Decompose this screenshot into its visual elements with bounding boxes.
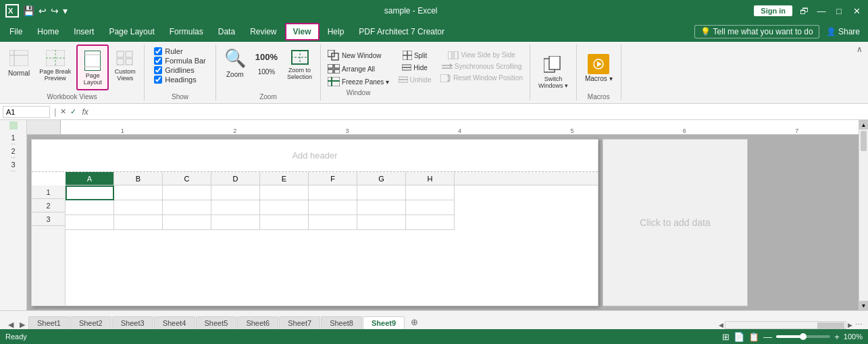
- page-layout-status-button[interactable]: 📄: [734, 332, 744, 342]
- page-break-status-button[interactable]: 📋: [748, 332, 759, 342]
- sheet-tab-8[interactable]: Sheet8: [321, 316, 362, 329]
- new-window-button[interactable]: New Window: [325, 49, 384, 62]
- horizontal-scrollbar[interactable]: ◀ ▶: [719, 321, 852, 329]
- hscroll-track[interactable]: [725, 321, 846, 329]
- formula-bar-checkbox-label[interactable]: Formula Bar: [154, 57, 206, 65]
- cell-b2[interactable]: [114, 200, 163, 215]
- menu-pdf[interactable]: PDF Architect 7 Creator: [352, 24, 451, 39]
- sheet-tab-3[interactable]: Sheet3: [112, 316, 153, 329]
- save-icon[interactable]: 💾: [23, 5, 34, 16]
- sheet-tab-5[interactable]: Sheet5: [196, 316, 237, 329]
- menu-data[interactable]: Data: [211, 24, 242, 39]
- switch-windows-button[interactable]: SwitchWindows ▾: [534, 53, 572, 92]
- sheet-tab-2[interactable]: Sheet2: [70, 316, 111, 329]
- scroll-thumb[interactable]: [861, 131, 867, 151]
- zoom-out-status[interactable]: —: [763, 332, 772, 342]
- cell-g1[interactable]: [357, 185, 406, 200]
- gridlines-checkbox[interactable]: [154, 66, 162, 74]
- confirm-icon[interactable]: ✓: [70, 107, 76, 116]
- cell-a2[interactable]: [66, 200, 114, 215]
- add-sheet-button[interactable]: ⊕: [405, 315, 424, 329]
- split-button[interactable]: Split: [394, 50, 435, 61]
- macros-button[interactable]: Macros ▾: [581, 51, 617, 86]
- cell-e1[interactable]: [260, 185, 309, 200]
- cell-h1[interactable]: [406, 185, 455, 200]
- arrange-all-button[interactable]: Arrange All: [325, 63, 378, 75]
- formula-input[interactable]: [91, 107, 865, 117]
- more-tabs-button[interactable]: ⋯: [855, 320, 863, 329]
- close-button[interactable]: ✕: [850, 5, 863, 17]
- side-panel[interactable]: Click to add data: [603, 139, 748, 306]
- scroll-track[interactable]: [859, 130, 868, 301]
- ruler-checkbox-label[interactable]: Ruler: [154, 47, 206, 55]
- vertical-scrollbar[interactable]: ▲ ▼: [859, 120, 868, 310]
- page-layout-button[interactable]: PageLayout: [76, 45, 109, 90]
- cell-e3[interactable]: [260, 215, 309, 230]
- sheet-tab-6[interactable]: Sheet6: [237, 316, 278, 329]
- zoom-selection-button[interactable]: Zoom toSelection: [283, 45, 316, 84]
- freeze-panes-button[interactable]: Freeze Panes ▾: [325, 76, 392, 88]
- zoom-slider-thumb[interactable]: [800, 333, 807, 340]
- reset-window-button[interactable]: Reset Window Position: [438, 73, 526, 83]
- gridlines-checkbox-label[interactable]: Gridlines: [154, 66, 206, 74]
- hscroll-right[interactable]: ▶: [848, 322, 852, 328]
- cell-g3[interactable]: [357, 215, 406, 230]
- scroll-up-button[interactable]: ▲: [859, 120, 868, 130]
- ribbon-display-options[interactable]: 🗗: [798, 5, 810, 17]
- sheet-tab-1[interactable]: Sheet1: [28, 316, 70, 329]
- share-button[interactable]: 👤 Share: [821, 26, 865, 38]
- redo-icon[interactable]: ↪: [51, 5, 59, 16]
- cell-f2[interactable]: [309, 200, 357, 215]
- formula-bar-checkbox[interactable]: [154, 57, 162, 65]
- cell-b3[interactable]: [114, 215, 163, 230]
- menu-review[interactable]: Review: [243, 24, 283, 39]
- cell-d1[interactable]: [211, 185, 260, 200]
- zoom-in-status[interactable]: +: [834, 332, 840, 342]
- headings-checkbox[interactable]: [154, 76, 162, 84]
- ruler-checkbox[interactable]: [154, 47, 162, 55]
- cell-e2[interactable]: [260, 200, 309, 215]
- maximize-button[interactable]: □: [833, 5, 845, 17]
- scroll-down-button[interactable]: ▼: [859, 301, 868, 310]
- cell-f3[interactable]: [309, 215, 357, 230]
- cell-b1[interactable]: [114, 185, 163, 200]
- cell-c3[interactable]: [163, 215, 211, 230]
- cell-d2[interactable]: [211, 200, 260, 215]
- menu-help[interactable]: Help: [321, 24, 351, 39]
- tab-scroll-left[interactable]: ◀: [5, 320, 16, 329]
- menu-file[interactable]: File: [3, 24, 29, 39]
- active-cell-a1[interactable]: [66, 185, 114, 200]
- cell-c1[interactable]: [163, 185, 211, 200]
- sign-in-button[interactable]: Sign in: [754, 5, 792, 16]
- tab-scroll-right[interactable]: ▶: [17, 320, 28, 329]
- zoom-slider[interactable]: [776, 335, 830, 338]
- sheet-tab-9[interactable]: Sheet9: [363, 316, 405, 329]
- menu-home[interactable]: Home: [30, 24, 66, 39]
- normal-view-status-button[interactable]: ⊞: [722, 332, 730, 342]
- cell-h3[interactable]: [406, 215, 455, 230]
- hscroll-left[interactable]: ◀: [719, 322, 723, 328]
- page-header[interactable]: Add header: [32, 140, 598, 172]
- menu-page-layout[interactable]: Page Layout: [102, 24, 161, 39]
- menu-formulas[interactable]: Formulas: [163, 24, 210, 39]
- zoom-button[interactable]: 🔍 Zoom: [220, 45, 250, 82]
- unhide-button[interactable]: Unhide: [394, 74, 435, 85]
- cell-d3[interactable]: [211, 215, 260, 230]
- cell-g2[interactable]: [357, 200, 406, 215]
- hide-button[interactable]: Hide: [394, 62, 435, 73]
- custom-views-button[interactable]: CustomViews: [110, 45, 140, 85]
- hscroll-thumb[interactable]: [817, 322, 844, 329]
- zoom-100-button[interactable]: 100% 100%: [251, 45, 282, 79]
- sheet-tab-4[interactable]: Sheet4: [154, 316, 195, 329]
- cancel-icon[interactable]: ✕: [60, 107, 66, 116]
- cell-a3[interactable]: [66, 215, 114, 230]
- menu-view[interactable]: View: [285, 23, 320, 40]
- menu-insert[interactable]: Insert: [67, 24, 101, 39]
- page-break-button[interactable]: Page BreakPreview: [35, 45, 75, 85]
- tell-me-input[interactable]: 💡 Tell me what you want to do: [694, 25, 819, 38]
- quick-access-dropdown[interactable]: ▾: [63, 5, 68, 16]
- normal-view-button[interactable]: Normal: [4, 45, 34, 80]
- sheet-tab-7[interactable]: Sheet7: [279, 316, 320, 329]
- undo-icon[interactable]: ↩: [39, 5, 47, 16]
- cell-f1[interactable]: [309, 185, 357, 200]
